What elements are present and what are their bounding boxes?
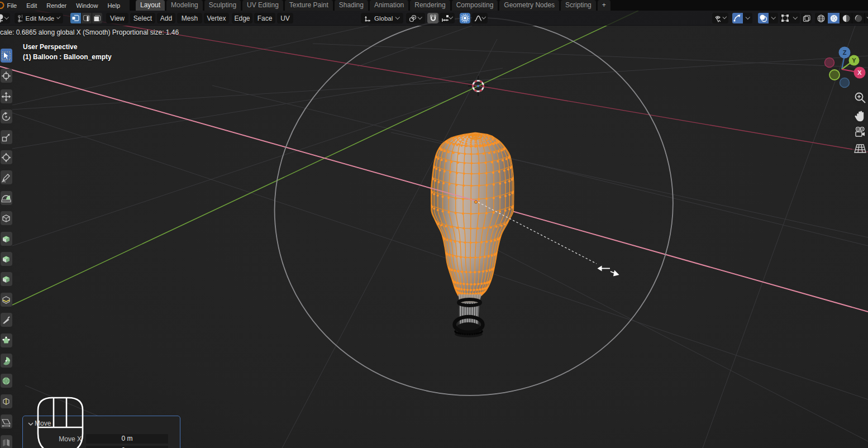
svg-text:Z: Z — [843, 49, 847, 56]
svg-text:X: X — [857, 69, 862, 76]
svg-text:Y: Y — [852, 57, 856, 64]
